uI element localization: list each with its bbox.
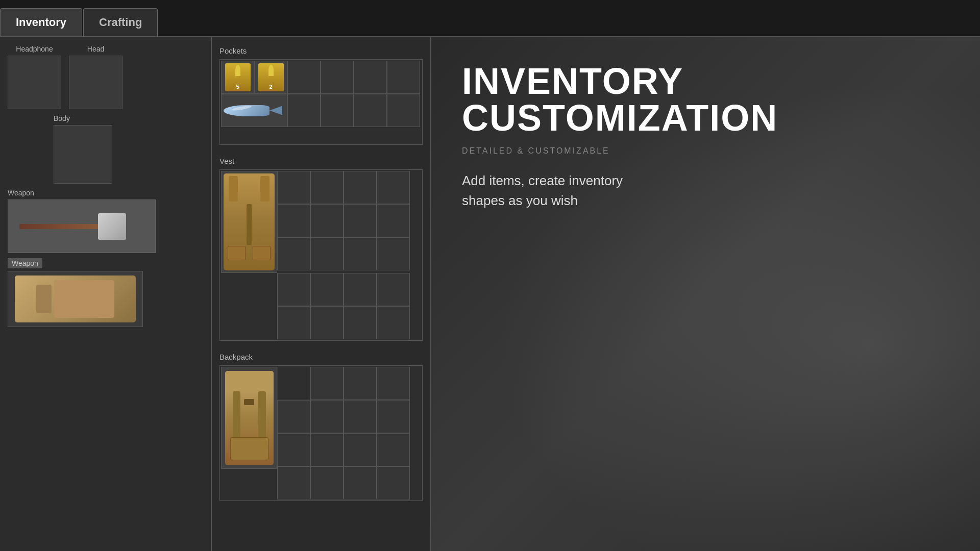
vest-cell-6[interactable] bbox=[310, 204, 344, 237]
bp-cell-21[interactable] bbox=[277, 433, 310, 466]
vest-cell-7[interactable] bbox=[344, 204, 377, 237]
pocket-empty-2[interactable] bbox=[321, 61, 354, 94]
backpack-label: Backpack bbox=[219, 351, 423, 363]
vest-empty-grid bbox=[277, 171, 410, 273]
fish-item bbox=[224, 103, 285, 118]
vest-cell-10[interactable] bbox=[310, 237, 344, 270]
backpack-item-slot[interactable] bbox=[221, 367, 277, 469]
vest-bottom-7[interactable] bbox=[344, 306, 377, 339]
vest-strap-l bbox=[229, 176, 238, 202]
vest-cell-4[interactable] bbox=[377, 171, 410, 204]
tab-inventory[interactable]: Inventory bbox=[0, 8, 82, 36]
vest-row1 bbox=[221, 171, 421, 273]
ammo-item-1: 5 bbox=[225, 63, 251, 91]
head-label: Head bbox=[87, 45, 104, 53]
backpack-image bbox=[225, 371, 274, 465]
ammo-slot-2[interactable]: 2 bbox=[254, 61, 287, 94]
bp-cell-31[interactable] bbox=[277, 466, 310, 499]
weapon2-section: Weapon bbox=[8, 258, 203, 327]
tab-crafting[interactable]: Crafting bbox=[83, 8, 158, 36]
vest-bottom-4[interactable] bbox=[377, 273, 410, 306]
vest-pocket-r bbox=[253, 246, 271, 260]
weapon1-label: Weapon bbox=[8, 189, 203, 197]
vest-item-slot[interactable] bbox=[221, 171, 277, 273]
bp-cell-t2[interactable] bbox=[344, 367, 377, 400]
vest-bottom-6[interactable] bbox=[310, 306, 344, 339]
weapon2-slot[interactable] bbox=[8, 271, 143, 327]
vest-cell-11[interactable] bbox=[344, 237, 377, 270]
vest-bottom-1[interactable] bbox=[277, 273, 310, 306]
pocket-empty-5[interactable] bbox=[287, 94, 321, 127]
headphone-slot[interactable] bbox=[8, 56, 61, 109]
pocket-empty-6[interactable] bbox=[321, 94, 354, 127]
bp-buckle bbox=[244, 399, 254, 405]
pocket-empty-1[interactable] bbox=[287, 61, 321, 94]
vest-cell-2[interactable] bbox=[310, 171, 344, 204]
inventory-panel: Pockets 5 2 bbox=[212, 37, 431, 551]
bp-cell-32[interactable] bbox=[310, 466, 344, 499]
vest-bottom-grid bbox=[277, 273, 421, 339]
bp-cell-t1[interactable] bbox=[310, 367, 344, 400]
pocket-empty-4[interactable] bbox=[387, 61, 420, 94]
vest-cell-8[interactable] bbox=[377, 204, 410, 237]
vest-cell-12[interactable] bbox=[377, 237, 410, 270]
pockets-row1: 5 2 bbox=[221, 61, 421, 94]
ammo-item-2: 2 bbox=[258, 63, 284, 91]
tab-bar: Inventory Crafting bbox=[0, 0, 980, 37]
info-subtitle: DETAILED & CUSTOMIZABLE bbox=[462, 146, 949, 156]
bp-void bbox=[277, 367, 310, 400]
bp-cell-13[interactable] bbox=[344, 400, 377, 433]
bp-cell-33[interactable] bbox=[344, 466, 377, 499]
bp-row1 bbox=[277, 400, 410, 433]
bp-cell-14[interactable] bbox=[377, 400, 410, 433]
vest-cell-5[interactable] bbox=[277, 204, 310, 237]
bp-cell-34[interactable] bbox=[377, 466, 410, 499]
fish-slot[interactable] bbox=[221, 94, 287, 127]
bp-cell-t3[interactable] bbox=[377, 367, 410, 400]
bp-cell-23[interactable] bbox=[344, 433, 377, 466]
vest-bottom-5[interactable] bbox=[277, 306, 310, 339]
backpack-section: Backpack bbox=[219, 351, 423, 501]
backpack-flap bbox=[225, 371, 274, 391]
bp-strap-l bbox=[233, 391, 240, 442]
vest-label: Vest bbox=[219, 155, 423, 167]
vest-grid-container bbox=[219, 169, 423, 341]
weapon-handle bbox=[19, 224, 101, 229]
pockets-label: Pockets bbox=[219, 45, 423, 57]
vest-bottom-3[interactable] bbox=[344, 273, 377, 306]
vest-cell-3[interactable] bbox=[344, 171, 377, 204]
bp-cell-12[interactable] bbox=[310, 400, 344, 433]
pockets-row3 bbox=[221, 127, 421, 143]
vest-cell-9[interactable] bbox=[277, 237, 310, 270]
pockets-section: Pockets 5 2 bbox=[219, 45, 423, 145]
pocket-empty-7[interactable] bbox=[354, 94, 387, 127]
pocket-empty-3[interactable] bbox=[354, 61, 387, 94]
vest-cell-1[interactable] bbox=[277, 171, 310, 204]
weapon2-item bbox=[15, 276, 136, 322]
weapon1-slot[interactable] bbox=[8, 199, 156, 253]
weapon2-label: Weapon bbox=[8, 258, 42, 268]
head-slot[interactable] bbox=[69, 56, 122, 109]
weapon1-section: Weapon bbox=[8, 189, 203, 253]
bp-cell-22[interactable] bbox=[310, 433, 344, 466]
pocket-empty-8[interactable] bbox=[387, 94, 420, 127]
vest-pocket-l bbox=[228, 246, 246, 260]
backpack-row12 bbox=[221, 367, 421, 499]
body-label: Body bbox=[54, 114, 70, 122]
ammo-tip-1 bbox=[235, 65, 240, 76]
info-description: Add items, create inventory shapes as yo… bbox=[462, 171, 949, 211]
bp-row2 bbox=[277, 433, 410, 466]
info-panel: INVENTORY CUSTOMIZATION DETAILED & CUSTO… bbox=[431, 37, 980, 551]
weapon-item bbox=[19, 216, 144, 237]
bp-cell-11[interactable] bbox=[277, 400, 310, 433]
backpack-grid-container bbox=[219, 365, 423, 501]
ammo-slot-1[interactable]: 5 bbox=[221, 61, 254, 94]
headphone-slot-group: Headphone bbox=[8, 45, 61, 109]
vest-bottom-8[interactable] bbox=[377, 306, 410, 339]
vest-section: Vest bbox=[219, 155, 423, 341]
vest-center-strap bbox=[247, 204, 252, 245]
pockets-row2 bbox=[221, 94, 421, 127]
vest-bottom-2[interactable] bbox=[310, 273, 344, 306]
body-slot[interactable] bbox=[54, 125, 112, 184]
bp-cell-24[interactable] bbox=[377, 433, 410, 466]
